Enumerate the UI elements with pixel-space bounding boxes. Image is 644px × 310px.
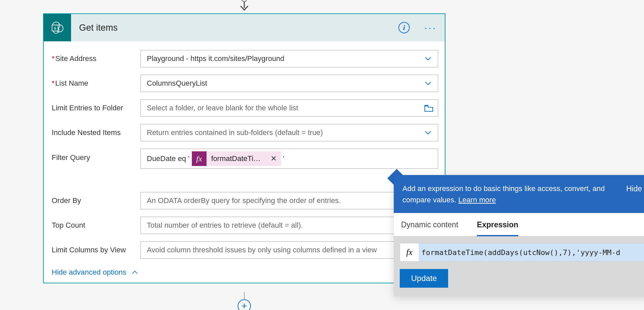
- fx-icon: fx: [400, 247, 419, 257]
- row-limit-folder: Limit Entries to Folder: [50, 99, 438, 117]
- incoming-arrow-icon: [237, 0, 251, 14]
- filter-query-text-prefix: DueDate eq ': [147, 154, 190, 163]
- label-limit-columns: Limit Columns by View: [50, 246, 140, 254]
- add-dynamic-content-link-row: Add dynamic: [50, 176, 438, 185]
- card-body: *Site Address Playground - https it.com/…: [44, 41, 445, 283]
- tab-expression[interactable]: Expression: [477, 213, 518, 236]
- tab-dynamic-content[interactable]: Dynamic content: [401, 213, 458, 236]
- label-include-nested: Include Nested Items: [50, 128, 140, 137]
- svg-text:S: S: [54, 26, 56, 31]
- expression-tab-body: fx Update: [394, 236, 644, 296]
- expression-popup: Add an expression to do basic things lik…: [394, 175, 644, 296]
- row-limit-columns: Limit Columns by View: [50, 241, 438, 259]
- hide-popup-button[interactable]: Hide: [626, 183, 642, 195]
- popup-description: Add an expression to do basic things lik…: [402, 183, 616, 206]
- folder-icon[interactable]: [424, 104, 433, 112]
- label-list-name: *List Name: [50, 79, 140, 88]
- sharepoint-icon: S: [44, 14, 71, 41]
- row-top-count: Top Count: [50, 217, 438, 234]
- svg-point-0: [242, 0, 247, 2]
- label-order-by: Order By: [50, 196, 140, 205]
- connector-line: [244, 292, 245, 300]
- row-site-address: *Site Address Playground - https it.com/…: [50, 50, 438, 67]
- expression-text-input[interactable]: [419, 243, 644, 261]
- label-top-count: Top Count: [50, 221, 140, 230]
- learn-more-link[interactable]: Learn more: [458, 196, 496, 204]
- update-expression-button[interactable]: Update: [400, 269, 448, 288]
- popup-header: Add an expression to do basic things lik…: [394, 175, 644, 213]
- card-title: Get items: [79, 23, 398, 33]
- filter-query-text-suffix: ': [283, 154, 284, 163]
- label-limit-folder: Limit Entries to Folder: [50, 104, 140, 112]
- label-site-address: *Site Address: [50, 54, 140, 63]
- remove-token-button[interactable]: ✕: [267, 154, 281, 163]
- hide-advanced-options-toggle[interactable]: Hide advanced options: [50, 268, 138, 277]
- expression-token[interactable]: fx formatDateTim… ✕: [192, 151, 281, 166]
- row-include-nested: Include Nested Items Return entries cont…: [50, 124, 438, 141]
- row-filter-query: Filter Query DueDate eq ' fx formatDateT…: [50, 149, 438, 169]
- row-list-name: *List Name ColumnsQueryList: [50, 75, 438, 92]
- action-card-get-items: S Get items i ··· *Site Address Playgrou…: [43, 13, 445, 283]
- include-nested-dropdown[interactable]: Return entries contained in sub-folders …: [140, 124, 438, 141]
- row-order-by: Order By: [50, 192, 438, 209]
- site-address-dropdown[interactable]: Playground - https it.com/sites/Playgrou…: [140, 50, 438, 67]
- limit-folder-input[interactable]: [140, 99, 438, 117]
- card-menu-button[interactable]: ···: [424, 22, 437, 33]
- filter-query-input[interactable]: DueDate eq ' fx formatDateTim… ✕ ': [140, 149, 438, 169]
- chevron-up-icon: [131, 269, 138, 276]
- fx-icon: fx: [192, 151, 207, 166]
- info-button[interactable]: i: [398, 22, 410, 33]
- add-step-button[interactable]: +: [238, 299, 251, 310]
- expression-input-row: fx: [400, 243, 644, 262]
- label-filter-query: Filter Query: [50, 149, 140, 162]
- expression-token-label: formatDateTim…: [207, 154, 267, 163]
- card-header: S Get items i ···: [44, 14, 445, 41]
- list-name-dropdown[interactable]: ColumnsQueryList: [140, 75, 438, 92]
- popup-tabs: Dynamic content Expression: [394, 213, 644, 236]
